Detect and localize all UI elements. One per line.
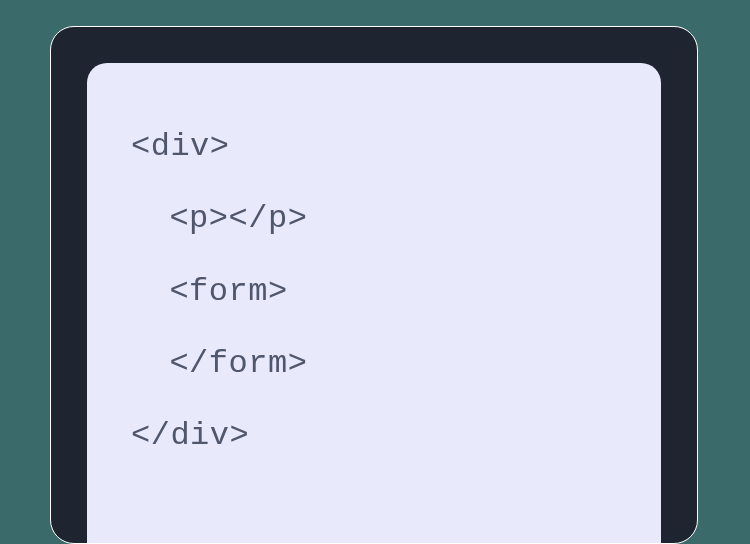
code-window-frame: <div> <p></p> <form> </form> </div> — [50, 26, 698, 544]
code-panel: <div> <p></p> <form> </form> </div> — [87, 63, 661, 543]
code-line: </form> — [169, 345, 307, 382]
code-line: <form> — [169, 273, 287, 310]
code-line: <p></p> — [169, 200, 307, 237]
code-block: <div> <p></p> <form> </form> </div> — [131, 111, 617, 473]
code-line: </div> — [131, 417, 249, 454]
code-line: <div> — [131, 128, 230, 165]
